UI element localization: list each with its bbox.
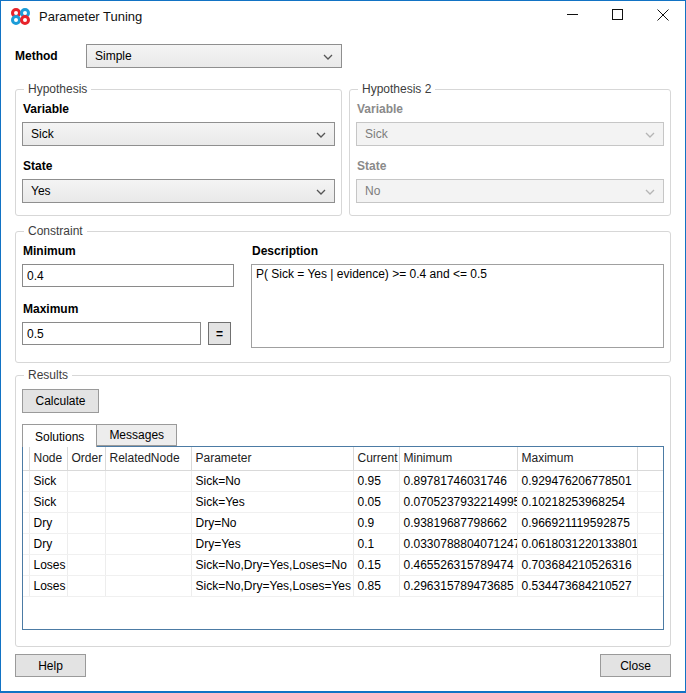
col-header-minimum[interactable]: Minimum	[399, 447, 517, 471]
method-value: Simple	[95, 49, 323, 63]
hypothesis2-variable-value: Sick	[365, 127, 645, 141]
help-button[interactable]: Help	[15, 654, 86, 677]
hypothesis2-variable-select: Sick	[356, 122, 664, 146]
calculate-button[interactable]: Calculate	[22, 389, 99, 413]
col-header-maximum[interactable]: Maximum	[517, 447, 637, 471]
solutions-grid: Node Order RelatedNode Parameter Current…	[22, 446, 664, 630]
equals-button[interactable]: =	[208, 322, 231, 345]
maximum-label: Maximum	[23, 302, 234, 316]
description-label: Description	[252, 244, 664, 258]
maximum-input[interactable]	[22, 322, 201, 345]
chevron-down-icon	[645, 127, 655, 141]
grid-header-row: Node Order RelatedNode Parameter Current…	[23, 447, 663, 471]
chevron-down-icon	[316, 184, 326, 198]
col-header-relatednode[interactable]: RelatedNode	[105, 447, 191, 471]
hypothesis2-state-value: No	[365, 184, 645, 198]
hypothesis-state-select[interactable]: Yes	[22, 179, 335, 203]
close-button[interactable]	[640, 1, 685, 31]
minimum-input[interactable]	[22, 264, 234, 287]
close-icon	[657, 9, 669, 24]
col-header-current[interactable]: Current	[353, 447, 399, 471]
maximize-icon	[612, 9, 623, 23]
window-controls	[550, 1, 685, 31]
hypothesis-group-title: Hypothesis	[24, 82, 91, 96]
table-row[interactable]: Loses Sick=No,Dry=Yes,Loses=Yes 0.85 0.2…	[23, 576, 663, 597]
hypothesis2-variable-label: Variable	[357, 102, 664, 116]
footer: Help Close	[15, 654, 671, 677]
tab-messages[interactable]: Messages	[97, 424, 177, 446]
dialog-close-button[interactable]: Close	[600, 654, 671, 677]
app-logo-icon	[11, 8, 30, 25]
chevron-down-icon	[323, 49, 333, 63]
parameter-tuning-dialog: Parameter Tuning Method	[0, 0, 686, 693]
table-row[interactable]: Dry Dry=Yes 0.1 0.0330788804071247 0.061…	[23, 534, 663, 555]
minimum-label: Minimum	[23, 244, 234, 258]
hypothesis2-group: Hypothesis 2 Variable Sick State No	[349, 82, 671, 216]
table-row[interactable]: Sick Sick=No 0.95 0.89781746031746 0.929…	[23, 471, 663, 492]
constraint-group: Constraint Minimum Maximum = Description…	[15, 224, 671, 363]
method-label: Method	[15, 49, 86, 63]
maximize-button[interactable]	[595, 1, 640, 31]
minimize-icon	[567, 9, 578, 23]
table-row[interactable]: Sick Sick=Yes 0.05 0.0705237932214995 0.…	[23, 492, 663, 513]
window-title: Parameter Tuning	[39, 9, 142, 24]
table-row[interactable]: Dry Dry=No 0.9 0.93819687798662 0.966921…	[23, 513, 663, 534]
tab-solutions[interactable]: Solutions	[22, 424, 97, 447]
method-row: Method Simple	[15, 44, 671, 68]
hypothesis-state-label: State	[23, 159, 335, 173]
hypothesis-group: Hypothesis Variable Sick State Yes	[15, 82, 342, 216]
hypothesis-variable-value: Sick	[31, 127, 316, 141]
col-header-order[interactable]: Order	[67, 447, 105, 471]
hypothesis-variable-label: Variable	[23, 102, 335, 116]
col-header-filler	[637, 447, 663, 471]
results-tabs: Solutions Messages	[22, 423, 664, 446]
minimize-button[interactable]	[550, 1, 595, 31]
hypothesis2-state-label: State	[357, 159, 664, 173]
method-select[interactable]: Simple	[86, 44, 342, 68]
constraint-group-title: Constraint	[24, 224, 87, 238]
col-header-node[interactable]: Node	[29, 447, 67, 471]
hypothesis2-state-select: No	[356, 179, 664, 203]
table-row[interactable]: Loses Sick=No,Dry=Yes,Loses=No 0.15 0.46…	[23, 555, 663, 576]
col-header-parameter[interactable]: Parameter	[191, 447, 353, 471]
chevron-down-icon	[645, 184, 655, 198]
description-textarea[interactable]: P( Sick = Yes | evidence) >= 0.4 and <= …	[251, 264, 664, 348]
hypothesis-variable-select[interactable]: Sick	[22, 122, 335, 146]
chevron-down-icon	[316, 127, 326, 141]
hypothesis2-group-title: Hypothesis 2	[358, 82, 435, 96]
results-group-title: Results	[24, 368, 72, 382]
hypothesis-state-value: Yes	[31, 184, 316, 198]
title-bar: Parameter Tuning	[1, 1, 685, 31]
results-group: Results Calculate Solutions Messages Nod…	[15, 368, 671, 647]
